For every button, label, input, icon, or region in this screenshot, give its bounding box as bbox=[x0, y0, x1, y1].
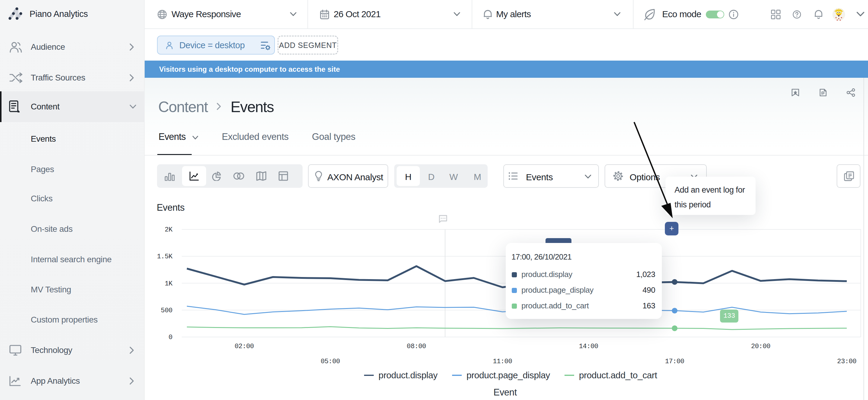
svg-text:14:00: 14:00 bbox=[579, 343, 598, 350]
svg-text:08:00: 08:00 bbox=[407, 343, 426, 350]
svg-text:23:00: 23:00 bbox=[837, 358, 857, 365]
svg-text:02:00: 02:00 bbox=[235, 343, 254, 350]
svg-text:17:00: 17:00 bbox=[665, 358, 684, 365]
svg-text:0: 0 bbox=[168, 334, 173, 341]
svg-text:500: 500 bbox=[161, 307, 173, 314]
svg-text:1.5K: 1.5K bbox=[157, 253, 173, 260]
svg-text:2K: 2K bbox=[164, 226, 173, 234]
svg-text:20:00: 20:00 bbox=[751, 343, 770, 350]
svg-text:05:00: 05:00 bbox=[321, 358, 340, 365]
svg-text:11:00: 11:00 bbox=[493, 358, 512, 365]
svg-text:1K: 1K bbox=[164, 280, 173, 287]
